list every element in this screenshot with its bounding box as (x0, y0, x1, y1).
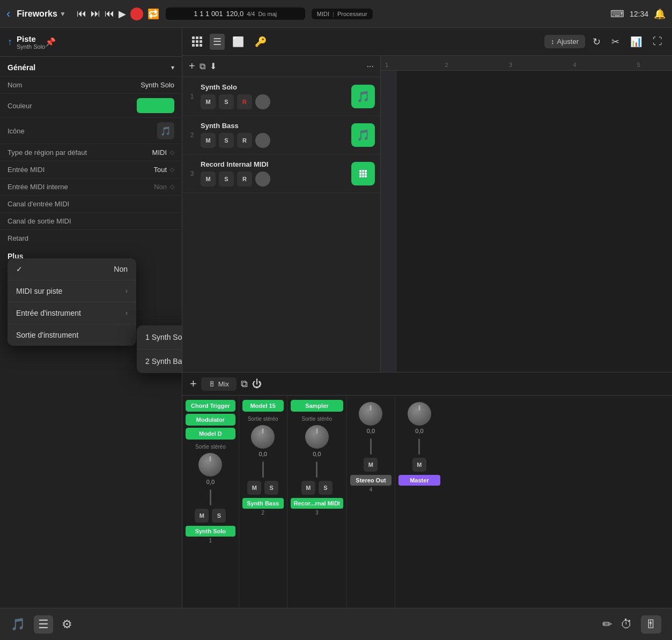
prop-value-type-region[interactable]: MIDI ◇ (152, 148, 174, 157)
prop-value-entree-midi[interactable]: Tout ◇ (153, 166, 174, 174)
keyboard-icon-btn[interactable]: ⌨ (610, 8, 624, 20)
mix-add-button[interactable]: + (190, 377, 197, 391)
mix-power-btn[interactable]: ⏻ (252, 378, 262, 390)
ch5-mute-btn[interactable]: M (412, 458, 426, 472)
track-icon-1[interactable]: 🎵 (351, 85, 375, 108)
record-btn-1[interactable]: R (237, 94, 252, 109)
panel-title: Piste (17, 34, 45, 43)
fullscreen-btn[interactable]: ⛶ (649, 34, 666, 49)
volume-knob-3[interactable] (255, 172, 270, 187)
submenu-item-synth-bass[interactable]: 2 Synth Bass - Model 15 (137, 349, 182, 373)
dropdown-item-midi-sur-piste[interactable]: MIDI sur piste › (8, 280, 136, 302)
model-d-btn[interactable]: Model D (186, 428, 235, 440)
notification-icon-btn[interactable]: 🔔 (654, 8, 666, 20)
mixer-btn[interactable]: 🎚 (641, 615, 661, 634)
mute-btn-3[interactable]: M (201, 172, 216, 187)
settings-btn[interactable]: ⚙ (62, 615, 72, 634)
ch2-mute-btn[interactable]: M (247, 481, 261, 495)
solo-btn-2[interactable]: S (219, 133, 234, 148)
prop-value-nom[interactable]: Synth Solo (141, 81, 174, 89)
ch2-solo-btn[interactable]: S (264, 481, 278, 495)
list-view-btn[interactable]: ☰ (210, 34, 225, 50)
dropdown-menu: Non MIDI sur piste › Entrée d'instrument… (8, 258, 136, 346)
sampler-btn[interactable]: Sampler (291, 400, 343, 412)
dropdown-item-sortie-instrument[interactable]: Sortie d'instrument (8, 324, 136, 346)
knob-value-ch5: 0,0 (415, 428, 423, 434)
track-controls-2: M S R (201, 133, 347, 148)
adjust-button[interactable]: ↕ Ajuster (544, 35, 585, 48)
volume-knob-1[interactable] (255, 94, 270, 109)
submenu-item-synth-solo[interactable]: 1 Synth Solo - Model D (137, 325, 182, 349)
clock-btn[interactable]: ⏱ (621, 615, 632, 634)
prop-entree-midi-interne: Entrée MIDI interne Non ◇ (0, 178, 182, 195)
section-toggle-chevron[interactable]: ▾ (171, 64, 174, 71)
library-btn[interactable]: 🎵 (11, 615, 25, 634)
volume-knob-2[interactable] (255, 133, 270, 148)
pencil-btn[interactable]: ✏ (602, 615, 612, 634)
volume-knob-ch1[interactable] (198, 453, 222, 477)
channel-num-2: 2 (261, 510, 264, 516)
icon-swatch[interactable]: 🎵 (157, 122, 174, 139)
position-value: 1 1 1 001 (194, 10, 223, 18)
prop-label-canal-entree-midi: Canal d'entrée MIDI (8, 200, 174, 208)
scissors-btn[interactable]: ✂ (608, 34, 623, 50)
modulator-btn[interactable]: Modulator (186, 414, 235, 426)
back-button[interactable]: ‹ (6, 7, 10, 21)
volume-knob-ch3[interactable] (305, 425, 329, 449)
fader-ch1 (210, 489, 211, 505)
volume-knob-ch5[interactable] (408, 402, 431, 426)
volume-knob-ch4[interactable] (359, 402, 382, 426)
track-icon-2[interactable]: 🎵 (351, 123, 375, 147)
dropdown-item-entree-instrument[interactable]: Entrée d'instrument › (8, 302, 136, 324)
channel-num-1: 1 (209, 538, 212, 544)
track-import-button[interactable]: ⬇ (210, 61, 217, 71)
panel-back-btn[interactable]: ↑ (8, 36, 12, 48)
color-swatch[interactable] (137, 98, 174, 113)
track-icon-3[interactable] (351, 162, 375, 185)
play-button[interactable]: ▶ (119, 8, 126, 20)
mix-copy-btn[interactable]: ⧉ (241, 378, 248, 390)
ch3-solo-btn[interactable]: S (319, 481, 333, 495)
rewind-button[interactable]: ⏮ (77, 8, 86, 19)
main-layout: ↑ Piste Synth Solo 📌 Général ▾ Nom Synth… (0, 28, 672, 608)
track-add-button[interactable]: + (189, 60, 195, 72)
chord-trigger-btn[interactable]: Chord Trigger (186, 400, 235, 412)
mute-btn-1[interactable]: M (201, 94, 216, 109)
track-info-3: Record Internal MIDI M S R (201, 160, 347, 187)
ch4-mute-btn[interactable]: M (364, 458, 378, 472)
model-15-btn[interactable]: Model 15 (242, 400, 284, 412)
loop-icon-btn[interactable]: ↻ (589, 34, 604, 50)
go-start-button[interactable]: ⏮ (105, 8, 114, 19)
pin-icon[interactable]: 📌 (45, 37, 56, 47)
bottom-bar: 🎵 ☰ ⚙ ✏ ⏱ 🎚 (0, 608, 672, 640)
key-view-btn[interactable]: 🔑 (252, 34, 270, 50)
square-view-btn[interactable]: ⬜ (229, 34, 247, 50)
record-btn-2[interactable]: R (237, 133, 252, 148)
track-more-button[interactable]: ··· (367, 62, 374, 71)
solo-btn-3[interactable]: S (219, 172, 234, 187)
mix-button[interactable]: 🎚 Mix (201, 377, 237, 391)
out-label-1: Sortie stéréo (195, 444, 226, 450)
volume-knob-ch2[interactable] (251, 425, 275, 449)
track-dup-button[interactable]: ⧉ (200, 62, 205, 71)
prop-label-type-region: Type de région par défaut (8, 148, 152, 157)
dropdown-item-non[interactable]: Non (8, 258, 136, 280)
channel-strip-3: Sampler Sortie stéréo 0,0 M S Recor...rn… (287, 396, 347, 608)
prop-value-entree-midi-interne[interactable]: Non ◇ (154, 183, 174, 191)
waveform-btn[interactable]: 📊 (627, 34, 645, 50)
record-button[interactable] (130, 8, 143, 20)
mute-btn-2[interactable]: M (201, 133, 216, 148)
timeline-content[interactable] (381, 71, 672, 372)
record-btn-3[interactable]: R (237, 172, 252, 187)
knob-value-ch2: 0,0 (259, 451, 267, 457)
ch1-solo-btn[interactable]: S (212, 509, 226, 523)
solo-btn-1[interactable]: S (219, 94, 234, 109)
grid-view-btn[interactable] (189, 34, 205, 49)
fast-forward-button[interactable]: ⏭ (91, 8, 100, 19)
ch3-mute-btn[interactable]: M (301, 481, 315, 495)
browser-btn[interactable]: ☰ (34, 615, 53, 634)
channel-label-2: Synth Bass (242, 498, 284, 509)
panel-subtitle: Synth Solo (17, 43, 45, 50)
ch1-mute-btn[interactable]: M (195, 509, 209, 523)
loop-button[interactable]: 🔁 (147, 8, 159, 20)
